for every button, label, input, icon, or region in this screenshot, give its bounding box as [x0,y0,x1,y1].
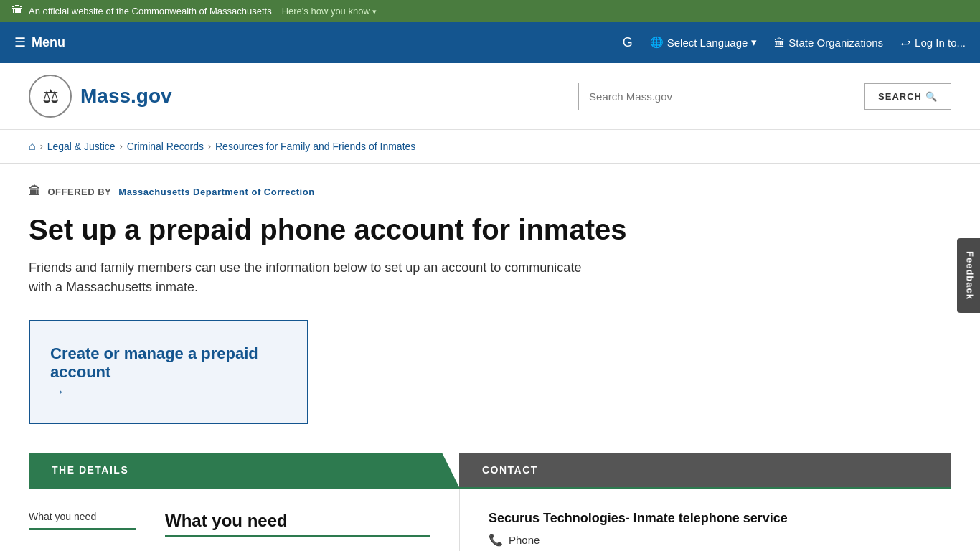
search-input[interactable] [578,83,865,110]
cta-label: Create or manage a prepaid account [50,344,287,382]
contact-body: Securus Technologies- Inmate telephone s… [459,489,951,551]
details-body: What you need What you need [29,489,459,551]
what-you-need-heading: What you need [165,511,430,537]
search-area: SEARCH 🔍 [578,83,951,110]
contact-tab[interactable]: CONTACT [459,453,951,487]
breadcrumb-criminal-records[interactable]: Criminal Records [127,141,204,152]
site-logo-text: Mass.gov [80,85,172,108]
translate-icon: G [623,35,633,50]
menu-button[interactable]: ☰ Menu [14,34,65,50]
breadcrumb-legal-justice[interactable]: Legal & Justice [47,141,116,152]
hamburger-icon: ☰ [14,34,26,50]
offered-by-org-link[interactable]: Massachusetts Department of Correction [118,187,314,197]
login-icon: ⮐ [900,37,911,49]
search-button[interactable]: SEARCH 🔍 [865,83,951,110]
breadcrumb-sep-3: › [208,141,211,151]
site-header: ⚖ Mass.gov SEARCH 🔍 [0,63,980,130]
offered-by-label: OFFERED BY [48,187,112,197]
google-translate-link[interactable]: G [623,35,633,50]
cta-card[interactable]: Create or manage a prepaid account → [29,320,308,424]
details-main: What you need [165,511,430,547]
seal-icon: 🏛 [11,4,23,17]
feedback-tab[interactable]: Feedback [958,238,980,313]
main-content: 🏛 OFFERED BY Massachusetts Department of… [0,164,980,551]
page-subtitle: Friends and family members can use the i… [29,258,603,297]
contact-service-name: Securus Technologies- Inmate telephone s… [489,511,951,526]
breadcrumb-resources[interactable]: Resources for Family and Friends of Inma… [215,141,415,152]
offered-by-section: 🏛 OFFERED BY Massachusetts Department of… [29,185,951,198]
sections-row: THE DETAILS CONTACT [29,453,951,487]
select-language-link[interactable]: 🌐 Select Language ▾ [650,36,758,49]
home-icon[interactable]: ⌂ [29,140,36,153]
arrow-icon: → [52,385,65,400]
building-icon: 🏛 [29,185,41,198]
globe-icon: 🌐 [650,36,664,49]
details-tab[interactable]: THE DETAILS [29,453,459,487]
official-text: An official website of the Commonwealth … [29,6,272,17]
nav-bar: ☰ Menu G 🌐 Select Language ▾ 🏛 State Org… [0,22,980,63]
building-icon: 🏛 [774,37,785,49]
page-title: Set up a prepaid phone account for inmat… [29,212,951,247]
login-link[interactable]: ⮐ Log In to... [900,37,966,49]
seal-logo: ⚖ [29,75,72,118]
state-organizations-link[interactable]: 🏛 State Organizations [774,37,883,49]
lower-content: What you need What you need Securus Tech… [29,487,951,551]
chevron-down-icon: ▾ [751,36,757,49]
contact-phone-row: 📞 Phone [489,533,951,547]
search-icon: 🔍 [925,91,938,102]
chevron-down-icon: ▾ [372,7,377,16]
top-banner: 🏛 An official website of the Commonwealt… [0,0,980,22]
details-sidebar: What you need [29,511,136,547]
cta-link[interactable]: Create or manage a prepaid account → [50,344,287,400]
sidebar-what-you-need: What you need [29,511,136,530]
breadcrumb-sep-1: › [40,141,43,151]
logo-area[interactable]: ⚖ Mass.gov [29,75,172,118]
phone-icon: 📞 [489,533,503,547]
contact-phone-label: Phone [509,534,540,546]
breadcrumb-sep-2: › [120,141,123,151]
heres-how-link[interactable]: Here's how you know ▾ [282,6,377,17]
breadcrumb: ⌂ › Legal & Justice › Criminal Records ›… [0,130,980,164]
nav-right-area: G 🌐 Select Language ▾ 🏛 State Organizati… [623,35,966,50]
menu-label: Menu [32,35,65,50]
